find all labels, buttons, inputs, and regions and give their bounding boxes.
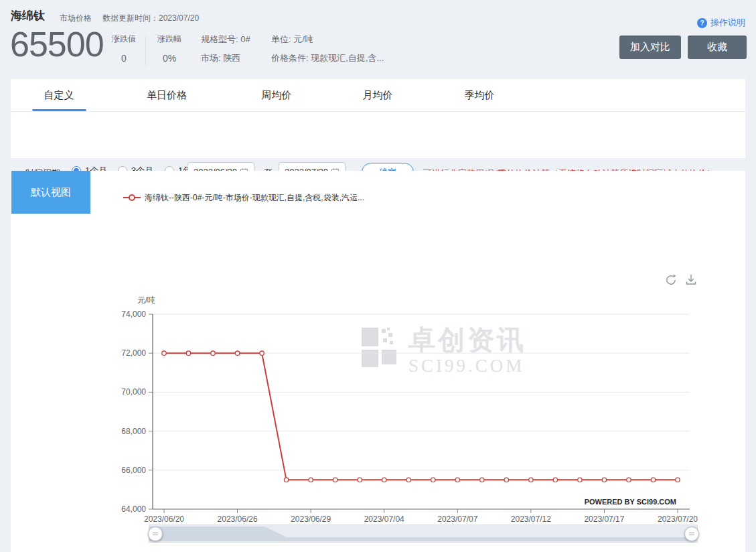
price-type-label: 市场价格 [60, 13, 92, 24]
svg-text:POWERED BY SCI99.COM: POWERED BY SCI99.COM [585, 498, 676, 506]
default-view-button[interactable]: 默认视图 [11, 171, 90, 214]
datazoom-right-handle[interactable] [684, 527, 699, 541]
svg-text:2023/07/04: 2023/07/04 [364, 514, 404, 524]
svg-text:2023/07/12: 2023/07/12 [511, 514, 551, 524]
page-title: 海绵钛 [11, 8, 45, 23]
datazoom-shadow [149, 525, 697, 542]
change-pct: 0% [153, 53, 186, 64]
change-pct-block: 涨跌幅 0% [153, 33, 186, 64]
legend-line-marker-icon [123, 194, 141, 201]
chart-legend[interactable]: 海绵钛--陕西-0#-元/吨-市场价-现款现汇,自提,含税,袋装,汽运... [123, 191, 364, 204]
spec-market: 市场: 陕西 [201, 52, 240, 64]
tab-monthly-avg[interactable]: 月均价 [363, 79, 393, 111]
change-value: 0 [107, 53, 141, 64]
update-time: 数据更新时间：2023/07/20 [102, 13, 199, 24]
tab-bar: 自定义 单日价格 周均价 月均价 季均价 [11, 79, 745, 112]
change-value-block: 涨跌值 0 [107, 33, 141, 64]
chart-toolbox [664, 273, 698, 287]
svg-text:2023/07/07: 2023/07/07 [437, 514, 477, 524]
current-price: 65500 [10, 27, 104, 62]
help-label: 操作说明 [710, 17, 745, 29]
help-link[interactable]: ? 操作说明 [697, 17, 745, 29]
spec-unit: 单位: 元/吨 [271, 33, 313, 46]
svg-text:2023/06/26: 2023/06/26 [218, 514, 258, 524]
add-compare-button[interactable]: 加入对比 [619, 36, 681, 59]
svg-text:2023/07/20: 2023/07/20 [658, 514, 698, 524]
svg-text:2023/07/17: 2023/07/17 [584, 514, 624, 524]
tab-weekly-avg[interactable]: 周均价 [262, 79, 292, 111]
datazoom-slider[interactable] [149, 525, 698, 543]
filter-card: 自定义 单日价格 周均价 月均价 季均价 时间周期 1个月 3个月 1年 202… [11, 79, 745, 158]
price-chart: 74,00072,00070,00068,00066,00064,0002023… [107, 288, 710, 529]
svg-text:元/吨: 元/吨 [137, 295, 155, 305]
legend-label: 海绵钛--陕西-0#-元/吨-市场价-现款现汇,自提,含税,袋装,汽运... [145, 192, 364, 204]
refresh-icon[interactable] [664, 273, 678, 287]
tab-daily-price[interactable]: 单日价格 [147, 79, 187, 111]
change-pct-label: 涨跌幅 [153, 33, 186, 45]
spec-model: 规格型号: 0# [201, 33, 250, 46]
download-icon[interactable] [684, 273, 698, 287]
svg-text:64,000: 64,000 [121, 504, 146, 514]
page: 海绵钛 市场价格 数据更新时间：2023/07/20 65500 涨跌值 0 涨… [0, 0, 756, 552]
favorite-button[interactable]: 收藏 [688, 36, 747, 59]
spec-condition: 价格条件: 现款现汇,自提,含... [271, 52, 384, 64]
tab-quarterly-avg[interactable]: 季均价 [465, 79, 495, 111]
divider [145, 36, 146, 66]
svg-text:70,000: 70,000 [121, 387, 146, 397]
datazoom-left-handle[interactable] [148, 527, 163, 541]
svg-text:2023/06/29: 2023/06/29 [291, 514, 331, 524]
tab-custom[interactable]: 自定义 [44, 79, 74, 111]
question-icon: ? [697, 18, 707, 28]
svg-text:72,000: 72,000 [121, 348, 146, 358]
svg-text:66,000: 66,000 [121, 466, 146, 475]
svg-text:74,000: 74,000 [121, 309, 146, 319]
filter-row: 时间周期 1个月 3个月 1年 2023/06/20 至 2023/07/20 … [11, 111, 745, 158]
svg-text:2023/06/20: 2023/06/20 [144, 514, 184, 524]
svg-text:68,000: 68,000 [121, 427, 146, 436]
chart-card: 默认视图 海绵钛--陕西-0#-元/吨-市场价-现款现汇,自提,含税,袋装,汽运… [11, 171, 745, 552]
change-value-label: 涨跌值 [107, 33, 141, 45]
